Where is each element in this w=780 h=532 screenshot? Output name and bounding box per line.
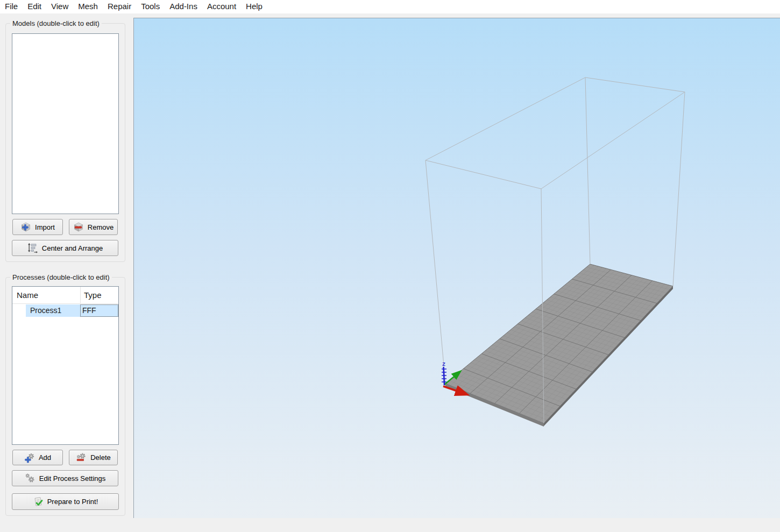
edit-process-settings-button[interactable]: Edit Process Settings: [12, 470, 118, 486]
gears-icon: [25, 473, 36, 484]
column-header-name[interactable]: Name: [17, 287, 38, 303]
menu-bar: File Edit View Mesh Repair Tools Add-Ins…: [0, 0, 780, 13]
center-arrange-label: Center and Arrange: [42, 244, 103, 252]
processes-table[interactable]: Name Type Process1 FFF: [12, 286, 119, 445]
prepare-to-print-label: Prepare to Print!: [47, 498, 98, 506]
build-volume-scene: Z: [134, 18, 780, 518]
viewport-3d[interactable]: Z: [133, 18, 780, 519]
menu-item-mesh[interactable]: Mesh: [73, 0, 103, 13]
add-process-button[interactable]: Add: [12, 450, 63, 465]
status-bar: [0, 518, 780, 532]
import-label: Import: [35, 223, 55, 231]
menu-item-help[interactable]: Help: [241, 0, 267, 13]
models-list[interactable]: [12, 33, 119, 214]
center-arrange-icon: [27, 243, 38, 253]
menu-item-file[interactable]: File: [0, 0, 23, 13]
menu-item-edit[interactable]: Edit: [23, 0, 46, 13]
delete-label: Delete: [90, 453, 111, 462]
column-divider: [80, 287, 81, 303]
prepare-print-icon: [33, 496, 44, 507]
remove-label: Remove: [88, 223, 114, 231]
process-name-cell[interactable]: Process1: [26, 304, 80, 317]
add-gear-icon: [24, 452, 35, 463]
remove-cube-icon: [73, 222, 84, 232]
menu-item-account[interactable]: Account: [202, 0, 241, 13]
edit-process-settings-label: Edit Process Settings: [39, 474, 106, 483]
table-row[interactable]: Process1 FFF: [12, 304, 118, 317]
menu-item-addins[interactable]: Add-Ins: [165, 0, 202, 13]
prepare-to-print-button[interactable]: Prepare to Print!: [12, 493, 119, 510]
menu-item-view[interactable]: View: [46, 0, 73, 13]
processes-group-label: Processes (double-click to edit): [10, 273, 112, 281]
center-and-arrange-button[interactable]: Center and Arrange: [12, 240, 118, 256]
models-group-label: Models (double-click to edit): [10, 19, 102, 27]
svg-text:Z: Z: [442, 361, 445, 367]
remove-button[interactable]: Remove: [69, 219, 118, 235]
delete-process-button[interactable]: Delete: [69, 450, 118, 465]
process-type-cell[interactable]: FFF: [80, 304, 118, 317]
add-label: Add: [39, 453, 51, 462]
import-button[interactable]: Import: [12, 219, 63, 235]
processes-table-header[interactable]: Name Type: [12, 287, 118, 304]
menu-item-repair[interactable]: Repair: [103, 0, 136, 13]
delete-gear-icon: [76, 452, 87, 463]
column-header-type[interactable]: Type: [84, 287, 102, 303]
import-cube-icon: [20, 222, 31, 232]
menu-item-tools[interactable]: Tools: [136, 0, 165, 13]
